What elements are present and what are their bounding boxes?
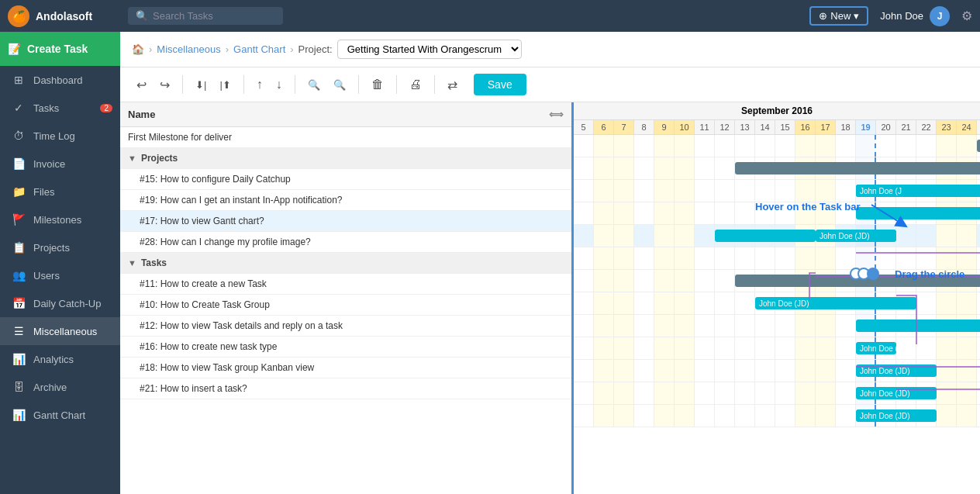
task-row[interactable]: #19: How can I get an instant In-App not… [120, 190, 571, 211]
gantt-cell [574, 270, 594, 292]
gantt-cell [634, 202, 654, 224]
zoom-out-button[interactable]: 🔍 [329, 76, 350, 94]
gantt-cell [755, 315, 775, 337]
gantt-cell [695, 292, 715, 314]
sidebar-item-users[interactable]: 👥 Users [0, 261, 120, 289]
sidebar-item-archive[interactable]: 🗄 Archive [0, 373, 120, 401]
gantt-cell [594, 180, 614, 202]
gantt-cell [977, 292, 980, 314]
sidebar-item-miscellaneous[interactable]: ☰ Miscellaneous [0, 317, 120, 345]
gantt-cell [654, 135, 675, 157]
gantt-cell [654, 225, 675, 247]
sidebar-item-ganttchart[interactable]: 📊 Gantt Chart [0, 401, 120, 429]
gantt-cell [695, 225, 715, 247]
gantt-cell [634, 180, 654, 202]
task-group-tasks[interactable]: ▼ Tasks [120, 253, 571, 274]
task-row[interactable]: #16: How to create new task type [120, 337, 571, 358]
gantt-bar[interactable]: John Doe (JD) [816, 230, 896, 242]
gantt-bar[interactable]: John Doe (JD) [856, 409, 937, 422]
indent-dec-button[interactable]: |⬆ [215, 76, 235, 94]
gantt-cell [675, 337, 695, 359]
task-row[interactable]: #28: How can I change my profile image? [120, 232, 571, 253]
gantt-cell [634, 292, 654, 314]
search-bar[interactable]: 🔍 [128, 7, 283, 25]
collapse-icon[interactable]: ▼ [128, 258, 136, 268]
gantt-cell [574, 180, 594, 202]
gantt-cell [654, 202, 675, 224]
sidebar-item-tasks[interactable]: ✓ Tasks 2 [0, 94, 120, 122]
gantt-bar[interactable]: John Doe (JD) [977, 207, 980, 219]
gantt-cell [876, 135, 896, 157]
task-group-projects[interactable]: ▼ Projects [120, 148, 571, 169]
home-icon[interactable]: 🏠 [132, 43, 144, 55]
undo-button[interactable]: ↩ [132, 74, 151, 95]
move-down-button[interactable]: ↓ [271, 74, 287, 95]
gantt-bar[interactable] [856, 320, 980, 332]
gantt-bar[interactable] [977, 140, 980, 152]
sidebar-item-projects[interactable]: 📋 Projects [0, 233, 120, 261]
create-task-button[interactable]: 📝 Create Task [0, 32, 120, 66]
gantt-cell [916, 292, 937, 314]
print-button[interactable]: 🖨 [405, 74, 426, 95]
gantt-cell [836, 337, 856, 359]
gantt-cell [695, 247, 715, 269]
gantt-bar[interactable]: John Doe (J [977, 320, 980, 332]
zoom-in-button[interactable]: 🔍 [303, 76, 325, 94]
gantt-cell [816, 247, 836, 269]
gantt-days: 5678910111213141516171819202122232425262… [574, 120, 980, 134]
gantt-day: 17 [816, 120, 836, 134]
task-row[interactable]: #18: How to view Task group Kanban view [120, 358, 571, 378]
gantt-cell [735, 405, 755, 427]
gantt-bar[interactable]: John Doe (JD) [755, 297, 916, 309]
task-row[interactable]: #11: How to create a new Task [120, 274, 571, 295]
group-label: Tasks [141, 257, 167, 268]
expand-icon[interactable]: ⟺ [549, 109, 564, 120]
gantt-bar[interactable] [735, 162, 980, 174]
gantt-cell [715, 337, 735, 359]
task-row[interactable]: #10: How to Create Task Group [120, 295, 571, 316]
sidebar-item-dashboard[interactable]: ⊞ Dashboard [0, 66, 120, 94]
task-row-active[interactable]: #17: How to view Gantt chart? [120, 211, 571, 232]
gantt-cell [695, 382, 715, 404]
sidebar-item-invoice[interactable]: 📄 Invoice [0, 150, 120, 178]
delete-button[interactable]: 🗑 [367, 74, 388, 95]
gear-icon[interactable]: ⚙ [961, 9, 972, 23]
sidebar-item-files[interactable]: 📁 Files [0, 178, 120, 206]
toolbar-sep2 [243, 75, 244, 94]
sidebar-item-analytics[interactable]: 📊 Analytics [0, 345, 120, 373]
task-row[interactable]: #12: How to view Task details and reply … [120, 316, 571, 337]
move-up-button[interactable]: ↑ [252, 74, 267, 95]
gantt-bar[interactable] [735, 275, 980, 287]
gantt-bar[interactable] [856, 207, 980, 219]
settings-button[interactable]: ⇄ [443, 74, 462, 95]
new-button[interactable]: ⊕ New ▾ [809, 6, 868, 26]
task-row[interactable]: #21: How to insert a task? [120, 378, 571, 399]
collapse-icon[interactable]: ▼ [128, 154, 136, 163]
indent-inc-button[interactable]: ⬇| [191, 76, 211, 94]
gantt-bar[interactable] [715, 230, 816, 242]
gantt-cell [715, 135, 735, 157]
task-row-milestone[interactable]: First Milestone for deliver [120, 127, 571, 148]
breadcrumb-miscellaneous[interactable]: Miscellaneous [157, 43, 220, 55]
gantt-bar[interactable]: John Doe (JD) [856, 342, 896, 354]
gantt-cell [654, 405, 675, 427]
task-row[interactable]: #15: How to configure Daily Catchup [120, 169, 571, 190]
gantt-cell [614, 360, 634, 382]
save-button[interactable]: Save [474, 74, 526, 95]
sidebar-item-dailycatchup[interactable]: 📅 Daily Catch-Up [0, 289, 120, 317]
project-label: Project: [298, 43, 333, 55]
search-input[interactable] [153, 10, 269, 22]
gantt-bar[interactable]: John Doe (J [856, 185, 980, 197]
gantt-cell [836, 135, 856, 157]
sidebar-item-timelog[interactable]: ⏱ Time Log [0, 122, 120, 150]
breadcrumb-ganttchart[interactable]: Gantt Chart [233, 43, 285, 55]
project-select[interactable]: Getting Started With Orangescrum [337, 40, 522, 59]
gantt-cell [715, 382, 735, 404]
gantt-bar[interactable]: John Doe (JD) [856, 387, 937, 399]
sidebar-item-milestones[interactable]: 🚩 Milestones [0, 206, 120, 233]
dailycatchup-icon: 📅 [12, 297, 26, 309]
redo-button[interactable]: ↪ [155, 74, 174, 95]
gantt-bar[interactable]: John Doe (JD) [856, 364, 937, 377]
gantt-day: 6 [594, 120, 614, 134]
gantt-cell [594, 405, 614, 427]
